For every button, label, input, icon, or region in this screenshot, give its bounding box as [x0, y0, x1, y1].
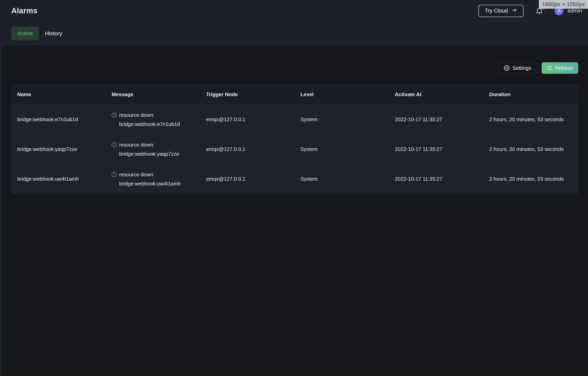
message-prefix: resource down: [119, 170, 154, 179]
main-content: Settings Refresh Name Message Trigger No… [2, 45, 588, 376]
table-row: bridge:webhook:e7n1ub1d ? resource down:… [12, 105, 578, 134]
alarms-table: Name Message Trigger Node Level Activate… [11, 84, 578, 194]
column-header-trigger-node: Trigger Node [200, 91, 295, 97]
alarm-message: ? resource down: bridge:webhook:e7n1ub1d [106, 110, 200, 129]
message-prefix: resource down: [119, 140, 154, 149]
try-cloud-label: Try Cloud [485, 8, 508, 14]
column-header-duration: Duration [484, 91, 578, 97]
tab-history[interactable]: History [39, 27, 68, 40]
refresh-button[interactable]: Refresh [542, 62, 578, 74]
table-header-row: Name Message Trigger Node Level Activate… [12, 84, 578, 105]
alarms-page: Alarms Try Cloud [2, 0, 588, 376]
alarm-message: ? resource down: bridge:webhook:uw4t1amh [106, 170, 200, 188]
duration: 2 hours, 20 minutes, 53 seconds [484, 176, 578, 182]
alarm-level: System [295, 116, 389, 123]
column-header-activate-at: Activate At [389, 91, 483, 97]
table-toolbar: Settings Refresh [11, 62, 578, 74]
avatar-initial: A [557, 8, 561, 14]
trigger-node: emqx@127.0.0.1 [200, 146, 295, 152]
activate-at: 2022-10-17 11:35:27 [389, 176, 483, 182]
tab-active[interactable]: Active [11, 27, 39, 40]
refresh-icon [547, 65, 552, 71]
question-circle-icon[interactable]: ? [112, 112, 117, 118]
alarm-tabs: Active History [2, 22, 588, 45]
column-header-message: Message [106, 91, 200, 97]
bell-icon [535, 13, 543, 16]
trigger-node: emqx@127.0.0.1 [200, 176, 295, 182]
message-prefix: resource down: [119, 110, 154, 119]
viewport-size-badge: 1680px × 1050px [539, 0, 588, 9]
alarm-name: bridge:webhook:yaqp7zze [12, 146, 106, 152]
trigger-node: emqx@127.0.0.1 [200, 116, 295, 123]
settings-button[interactable]: Settings [498, 62, 536, 74]
gear-icon [504, 65, 510, 71]
arrow-right-icon [511, 7, 517, 14]
try-cloud-button[interactable]: Try Cloud [478, 5, 524, 17]
message-detail: bridge:webhook:e7n1ub1d [112, 119, 196, 129]
alarm-name: bridge:webhook:uw4t1amh [12, 176, 106, 182]
column-header-level: Level [295, 91, 389, 97]
activate-at: 2022-10-17 11:35:27 [389, 116, 483, 123]
duration: 2 hours, 20 minutes, 53 seconds [484, 146, 578, 152]
alarm-name: bridge:webhook:e7n1ub1d [12, 116, 106, 123]
column-header-name: Name [12, 91, 106, 97]
sidebar-edge [0, 0, 1, 376]
question-circle-icon[interactable]: ? [112, 172, 117, 177]
question-circle-icon[interactable]: ? [112, 142, 117, 147]
page-title: Alarms [11, 7, 37, 15]
message-detail: bridge:webhook:uw4t1amh [112, 179, 196, 188]
alarm-level: System [295, 176, 389, 182]
activate-at: 2022-10-17 11:35:27 [389, 146, 483, 152]
alarm-level: System [295, 146, 389, 152]
duration: 2 hours, 20 minutes, 53 seconds [484, 116, 578, 123]
top-bar: Alarms Try Cloud [2, 0, 588, 22]
alarm-message: ? resource down: bridge:webhook:yaqp7zze [106, 140, 200, 159]
settings-label: Settings [513, 65, 531, 71]
table-row: bridge:webhook:yaqp7zze ? resource down:… [12, 134, 578, 164]
message-detail: bridge:webhook:yaqp7zze [112, 149, 196, 159]
table-row: bridge:webhook:uw4t1amh ? resource down:… [12, 164, 578, 194]
refresh-label: Refresh [555, 65, 573, 71]
